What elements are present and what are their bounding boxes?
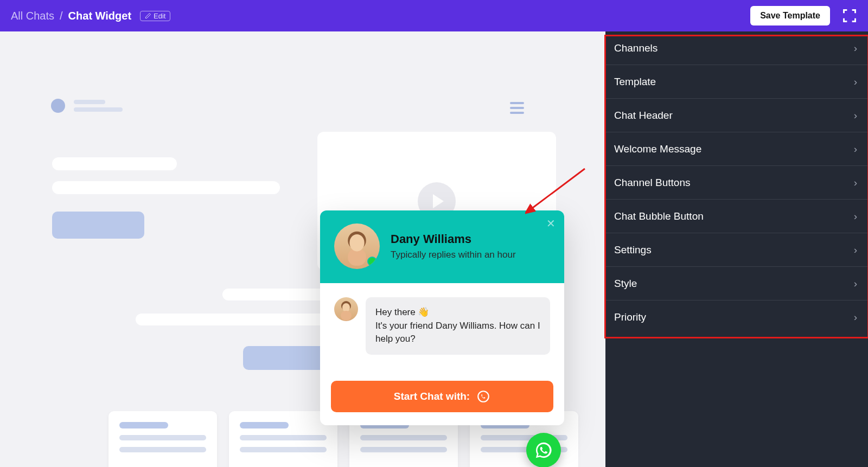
breadcrumb-separator: /: [60, 10, 63, 22]
edit-button[interactable]: Edit: [140, 11, 170, 21]
chevron-right-icon: ›: [854, 110, 857, 121]
chevron-right-icon: ›: [854, 177, 857, 189]
whatsapp-icon: [534, 441, 553, 459]
save-template-button[interactable]: Save Template: [750, 6, 830, 25]
placeholder-block: [52, 157, 177, 170]
message-avatar: [334, 297, 358, 321]
svg-point-6: [478, 391, 489, 402]
chevron-right-icon: ›: [854, 244, 857, 256]
breadcrumb-root[interactable]: All Chats: [11, 10, 54, 22]
fullscreen-icon: [842, 8, 857, 23]
svg-rect-5: [341, 311, 352, 321]
svg-point-4: [342, 303, 350, 312]
panel-item-chat-header[interactable]: Chat Header ›: [605, 99, 868, 132]
chat-widget-body: Hey there 👋 It's your friend Dany Willia…: [320, 283, 564, 364]
panel-item-label: Settings: [614, 244, 652, 256]
mock-avatar-placeholder: [51, 99, 65, 113]
whatsapp-icon: [476, 389, 490, 404]
fullscreen-button[interactable]: [842, 8, 857, 23]
panel-item-settings[interactable]: Settings ›: [605, 233, 868, 267]
panel-item-label: Chat Bubble Button: [614, 210, 704, 222]
welcome-message-bubble: Hey there 👋 It's your friend Dany Willia…: [366, 297, 550, 355]
edit-label: Edit: [154, 12, 165, 20]
panel-item-label: Welcome Message: [614, 143, 701, 155]
mock-site-header: [51, 99, 123, 113]
chevron-right-icon: ›: [854, 311, 857, 323]
close-icon[interactable]: ✕: [546, 217, 556, 230]
preview-canvas: ✕ Dany Williams Typically replies within…: [0, 31, 605, 467]
panel-item-channels[interactable]: Channels ›: [605, 31, 868, 65]
agent-status: Typically replies within an hour: [391, 250, 516, 260]
agent-name: Dany Williams: [391, 232, 516, 246]
panel-item-label: Template: [614, 76, 656, 88]
start-chat-button[interactable]: Start Chat with:: [331, 381, 553, 412]
panel-item-priority[interactable]: Priority ›: [605, 300, 868, 334]
chevron-right-icon: ›: [854, 76, 857, 88]
settings-side-panel: Channels › Template › Chat Header › Welc…: [605, 31, 868, 467]
chevron-right-icon: ›: [854, 143, 857, 155]
panel-item-chat-bubble-button[interactable]: Chat Bubble Button ›: [605, 200, 868, 233]
placeholder-card: [108, 411, 217, 467]
panel-item-welcome-message[interactable]: Welcome Message ›: [605, 132, 868, 166]
agent-avatar: [334, 223, 380, 269]
placeholder-line: [74, 100, 105, 104]
panel-item-label: Priority: [614, 311, 646, 323]
panel-item-label: Channel Buttons: [614, 177, 691, 189]
pencil-icon: [145, 12, 151, 19]
panel-item-template[interactable]: Template ›: [605, 65, 868, 99]
placeholder-button: [52, 212, 144, 239]
hamburger-icon: [510, 102, 524, 117]
placeholder-block: [52, 181, 280, 194]
chat-widget-preview: ✕ Dany Williams Typically replies within…: [320, 210, 564, 425]
cta-label: Start Chat with:: [394, 391, 470, 402]
whatsapp-fab-button[interactable]: [526, 433, 561, 467]
placeholder-line: [74, 107, 123, 112]
panel-item-channel-buttons[interactable]: Channel Buttons ›: [605, 166, 868, 200]
svg-point-2: [349, 234, 364, 252]
panel-item-style[interactable]: Style ›: [605, 267, 868, 300]
breadcrumb-current: Chat Widget: [68, 10, 131, 22]
chat-widget-header: ✕ Dany Williams Typically replies within…: [320, 210, 564, 283]
chevron-right-icon: ›: [854, 278, 857, 290]
breadcrumb: All Chats / Chat Widget Edit: [11, 10, 170, 22]
chevron-right-icon: ›: [854, 210, 857, 222]
panel-item-label: Chat Header: [614, 110, 673, 121]
panel-item-label: Style: [614, 278, 637, 290]
top-bar: All Chats / Chat Widget Edit Save Templa…: [0, 0, 868, 31]
panel-item-label: Channels: [614, 42, 658, 54]
chevron-right-icon: ›: [854, 42, 857, 54]
